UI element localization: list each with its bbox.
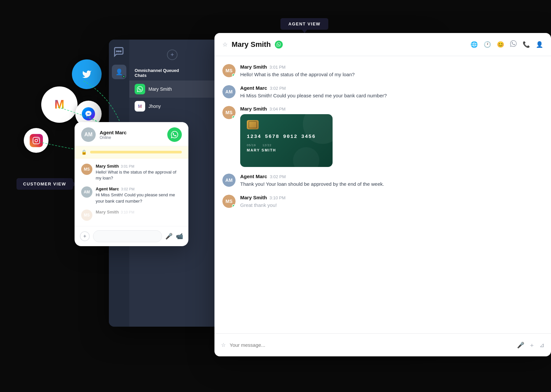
section-title-text: Omnichannel QueuedChats: [135, 68, 179, 78]
card-chip: [247, 120, 259, 129]
message-text-4: Thank you! Your loan should be approved …: [240, 180, 543, 188]
timestamp-2: 3:02 PM: [270, 86, 286, 91]
message-input[interactable]: [230, 342, 513, 348]
lock-icon: 🔒: [81, 149, 87, 155]
message-meta-3: Mary Smith 3:04 PM: [240, 106, 543, 112]
card-bottom: 05/19 12/22: [247, 144, 326, 147]
twitter-icon: [81, 69, 93, 79]
chat-messages: MS Mary Smith 3:01 PM Hello! What is the…: [214, 56, 551, 333]
bank-card: 1234 5678 9012 3456 05/19 12/22 MARY SMI…: [240, 114, 333, 167]
channel-badge: [275, 41, 283, 49]
contact-name: Mary Smith: [232, 40, 271, 49]
clock-icon[interactable]: 🕐: [484, 41, 491, 48]
popup-add-button[interactable]: +: [80, 231, 90, 241]
message-content-5: Mary Smith 3:10 PM Great thank you!: [240, 195, 543, 209]
message-row-2: AM Agent Marc 3:02 PM Hi Miss Smith! Cou…: [222, 85, 543, 100]
filter-icon[interactable]: ⊿: [539, 342, 544, 349]
message-meta-5: Mary Smith 3:10 PM: [240, 195, 543, 200]
popup-msg-meta-2: Agent Marc 3:02 PM: [96, 186, 182, 191]
popup-agent-status: Online: [100, 135, 163, 140]
add-conversation-button[interactable]: +: [167, 49, 178, 60]
messenger-svg: [85, 110, 92, 117]
avatar-agent-1: AM: [222, 85, 236, 98]
message-content-2: Agent Marc 3:02 PM Hi Miss Smith! Could …: [240, 85, 543, 100]
popup-lock-bar: 🔒: [75, 146, 188, 158]
chat-logo-icon: [113, 46, 124, 57]
popup-time-3: 3:10 PM: [121, 210, 134, 214]
whatsapp-channel-icon: [135, 84, 145, 94]
header-actions: 🌐 🕐 😊 📞 👤: [470, 40, 543, 49]
svg-rect-0: [33, 137, 40, 144]
message-meta-2: Agent Marc 3:02 PM: [240, 85, 543, 91]
whatsapp-badge-icon: [276, 42, 281, 47]
emoji-icon[interactable]: 😊: [497, 41, 504, 48]
agent-chat-panel: ☆ Mary Smith 🌐 🕐 😊 📞 👤 MS: [214, 33, 551, 356]
message-text-5: Great thank you!: [240, 202, 543, 209]
nav-avatar[interactable]: 👤: [112, 65, 126, 79]
popup-agent-info: Agent Marc Online: [100, 130, 163, 140]
popup-sender-1: Mary Smith: [96, 164, 119, 169]
whatsapp-icon: [137, 86, 143, 92]
agent-view-label: AGENT VIEW: [280, 18, 328, 30]
svg-point-1: [35, 139, 38, 142]
message-content-3: Mary Smith 3:04 PM 1234 5678 9012 3456 0…: [240, 106, 543, 167]
whatsapp-head-svg: [510, 40, 517, 47]
svg-point-5: [120, 51, 121, 52]
message-row-3: MS Mary Smith 3:04 PM 1234 5678 9012 345…: [222, 106, 543, 167]
timestamp-3: 3:04 PM: [270, 107, 285, 112]
online-indicator: [122, 75, 125, 78]
online-dot-3: [232, 204, 235, 208]
card-expiry-end: 12/22: [263, 144, 272, 147]
avatar-mary-3: MS: [222, 195, 236, 208]
gmail-icon: M: [54, 98, 64, 112]
messenger-icon: [82, 107, 95, 120]
card-holder: MARY SMITH: [247, 148, 326, 152]
customer-view-text: CUSTOMER VIEW: [23, 181, 66, 186]
sidebar-item-jhony[interactable]: M Jhony: [129, 98, 215, 115]
popup-msg-row-3: MS Mary Smith 3:10 PM: [81, 210, 182, 221]
popup-video-icon[interactable]: 📹: [176, 233, 183, 240]
sender-name-2: Agent Marc: [240, 85, 267, 91]
whatsapp-header-icon[interactable]: [510, 40, 517, 49]
customer-popup: AM Agent Marc Online 🔒 MS Mary Smith 3:0…: [75, 122, 188, 246]
star-icon[interactable]: ☆: [222, 41, 228, 48]
add-icon[interactable]: ＋: [529, 341, 535, 349]
popup-agent-avatar: AM: [81, 127, 96, 142]
online-dot-2: [232, 115, 235, 119]
popup-avatar-mary-2: MS: [81, 210, 92, 221]
popup-msg-meta-1: Mary Smith 3:01 PM: [96, 164, 182, 169]
user-icon[interactable]: 👤: [536, 41, 543, 48]
avatar-mary-1: MS: [222, 64, 236, 77]
popup-input-area: + 🎤 📹: [75, 226, 188, 246]
avatar-agent-2: AM: [222, 174, 236, 187]
timestamp-1: 3:01 PM: [270, 65, 285, 70]
message-content-4: Agent Marc 3:02 PM Thank you! Your loan …: [240, 174, 543, 188]
popup-sender-2: Agent Marc: [96, 186, 119, 191]
globe-icon[interactable]: 🌐: [470, 41, 478, 48]
input-star-icon[interactable]: ☆: [221, 342, 226, 348]
sender-name-3: Mary Smith: [240, 106, 267, 112]
popup-msg-row-2: AM Agent Marc 3:02 PM Hi Miss Smith! Cou…: [81, 186, 182, 204]
message-meta-1: Mary Smith 3:01 PM: [240, 64, 543, 70]
input-icons: 🎤 ＋ ⊿: [517, 341, 544, 349]
popup-message-input[interactable]: [93, 230, 162, 242]
sidebar-chat-name-mary: Mary Smith: [148, 86, 172, 92]
gmail-channel-icon: M: [135, 101, 145, 112]
gmail-m-icon: M: [138, 104, 142, 109]
popup-header: AM Agent Marc Online: [75, 122, 188, 146]
popup-msg-content-1: Mary Smith 3:01 PM Hello! What is the st…: [96, 164, 182, 181]
popup-text-2: Hi Miss Smith! Could you please send me …: [96, 192, 182, 204]
sidebar-item-mary-smith[interactable]: Mary Smith: [129, 81, 215, 98]
phone-icon[interactable]: 📞: [523, 41, 530, 48]
sidebar-chat-name-jhony: Jhony: [148, 104, 161, 109]
card-number: 1234 5678 9012 3456: [247, 134, 326, 140]
message-row-5: MS Mary Smith 3:10 PM Great thank you!: [222, 195, 543, 209]
svg-point-3: [118, 51, 119, 52]
message-content-1: Mary Smith 3:01 PM Hello! What is the st…: [240, 64, 543, 79]
microphone-icon[interactable]: 🎤: [517, 342, 524, 349]
chat-input-area: ☆ 🎤 ＋ ⊿: [214, 333, 551, 356]
timestamp-5: 3:10 PM: [270, 195, 285, 200]
popup-mic-icon[interactable]: 🎤: [165, 233, 173, 240]
popup-whatsapp-button[interactable]: [167, 127, 182, 142]
instagram-circle: [24, 128, 49, 153]
